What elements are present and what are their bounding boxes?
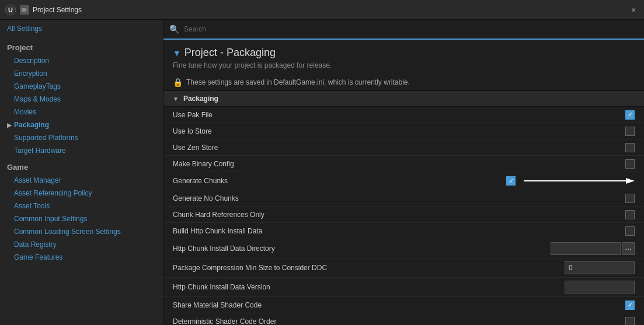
checkbox-chunk-hard-references-only[interactable] [625, 210, 635, 219]
setting-row-package-compression-min-size: Package Compression Min Size to Consider… [163, 258, 644, 278]
page-header: ▼ Project - Packaging Fine tune how your… [163, 40, 644, 74]
svg-rect-2 [22, 8, 26, 12]
setting-label-http-chunk-install-data-directory: Http Chunk Install Data Directory [173, 244, 551, 253]
sidebar-item-label: Common Input Settings [14, 215, 87, 223]
sidebar-item-label: Asset Manager [14, 176, 61, 184]
sidebar-item-target-hardware[interactable]: Target Hardware [0, 144, 163, 157]
setting-label-deterministic-shader-code-order: Deterministic Shader Code Order [173, 317, 625, 326]
sidebar-item-game-features[interactable]: Game Features [0, 251, 163, 264]
all-settings-link[interactable]: All Settings [0, 20, 163, 37]
setting-control-use-zen-store [625, 143, 635, 152]
setting-control-http-chunk-install-data-directory: ··· [551, 242, 635, 255]
checkbox-share-material-shader-code[interactable] [625, 300, 635, 310]
setting-control-generate-no-chunks [625, 194, 635, 203]
checkbox-use-pak-file[interactable] [625, 110, 635, 120]
sidebar-item-common-loading-screen-settings[interactable]: Common Loading Screen Settings [0, 225, 163, 238]
setting-control-share-material-shader-code [625, 300, 635, 310]
setting-control-chunk-hard-references-only [625, 210, 635, 219]
browse-button-http-chunk-install-data-directory[interactable]: ··· [622, 242, 635, 255]
page-subtitle: Fine tune how your project is packaged f… [173, 61, 635, 69]
page-title: Project - Packaging [185, 47, 276, 59]
setting-label-use-pak-file: Use Pak File [173, 111, 625, 119]
setting-row-generate-no-chunks: Generate No Chunks [163, 190, 644, 207]
sidebar-item-common-input-settings[interactable]: Common Input Settings [0, 212, 163, 225]
setting-label-generate-chunks: Generate Chunks [173, 177, 506, 185]
setting-row-generate-chunks: Generate Chunks [163, 172, 644, 190]
checkbox-generate-chunks[interactable] [506, 176, 516, 186]
sidebar-item-maps-modes[interactable]: Maps & Modes [0, 93, 163, 106]
setting-row-use-pak-file: Use Pak File [163, 107, 644, 123]
title-bar: U Project Settings × [0, 0, 644, 20]
checkbox-generate-no-chunks[interactable] [625, 194, 635, 203]
sidebar-item-label: Asset Tools [14, 202, 50, 210]
svg-marker-5 [626, 178, 635, 184]
setting-row-build-http-chunk-install-data: Build Http Chunk Install Data [163, 223, 644, 239]
content-area: 🔍 ▼ Project - Packaging Fine tune how yo… [163, 20, 644, 325]
svg-text:U: U [8, 6, 13, 13]
sidebar-item-supported-platforms[interactable]: Supported Platforms [0, 131, 163, 144]
checkbox-use-io-store[interactable] [625, 127, 635, 136]
setting-control-build-http-chunk-install-data [625, 226, 635, 236]
sidebar-item-label: Description [14, 57, 49, 65]
sidebar-item-label: Encryption [14, 69, 47, 78]
sidebar-item-label: Maps & Modes [14, 95, 61, 103]
sidebar: All Settings ProjectDescriptionEncryptio… [0, 20, 163, 325]
sidebar-item-asset-tools[interactable]: Asset Tools [0, 200, 163, 212]
setting-row-deterministic-shader-code-order: Deterministic Shader Code Order [163, 313, 644, 325]
setting-label-use-zen-store: Use Zen Store [173, 144, 625, 152]
setting-control-use-io-store [625, 127, 635, 136]
setting-row-http-chunk-install-data-directory: Http Chunk Install Data Directory··· [163, 239, 644, 258]
sidebar-item-packaging[interactable]: ▶Packaging [0, 118, 163, 131]
arrow-annotation-generate-chunks [524, 175, 635, 187]
sidebar-item-gameplaytags[interactable]: GameplayTags [0, 80, 163, 93]
settings-list: Use Pak FileUse Io StoreUse Zen StoreMak… [163, 107, 644, 325]
sidebar-item-encryption[interactable]: Encryption [0, 67, 163, 80]
sidebar-item-data-registry[interactable]: Data Registry [0, 238, 163, 251]
setting-control-use-pak-file [625, 110, 635, 120]
setting-label-generate-no-chunks: Generate No Chunks [173, 194, 625, 202]
setting-label-chunk-hard-references-only: Chunk Hard References Only [173, 211, 625, 219]
setting-control-package-compression-min-size [565, 261, 635, 274]
sidebar-item-label: Target Hardware [14, 146, 66, 155]
setting-label-build-http-chunk-install-data: Build Http Chunk Install Data [173, 227, 625, 235]
checkbox-build-http-chunk-install-data[interactable] [625, 226, 635, 236]
setting-row-http-chunk-install-data-version: Http Chunk Install Data Version [163, 278, 644, 297]
setting-label-share-material-shader-code: Share Material Shader Code [173, 301, 625, 309]
input-package-compression-min-size[interactable] [565, 261, 635, 274]
svg-rect-3 [25, 9, 27, 11]
sidebar-item-label: Packaging [14, 121, 49, 129]
setting-row-use-io-store: Use Io Store [163, 123, 644, 139]
setting-label-make-binary-config: Make Binary Config [173, 160, 625, 168]
setting-control-deterministic-shader-code-order [625, 317, 635, 326]
sidebar-item-asset-referencing-policy[interactable]: Asset Referencing Policy [0, 187, 163, 200]
setting-row-chunk-hard-references-only: Chunk Hard References Only [163, 207, 644, 223]
sidebar-item-asset-manager[interactable]: Asset Manager [0, 174, 163, 187]
sidebar-item-label: GameplayTags [14, 82, 61, 90]
input-http-chunk-install-data-version[interactable] [565, 281, 635, 293]
close-button[interactable]: × [628, 4, 639, 16]
sidebar-item-label: Supported Platforms [14, 134, 78, 142]
sidebar-item-label: Common Loading Screen Settings [14, 228, 121, 236]
sidebar-section-project: Project [0, 37, 163, 54]
settings-info-bar: 🔒 These settings are saved in DefaultGam… [163, 74, 644, 90]
collapse-arrow-icon[interactable]: ▼ [173, 48, 181, 58]
setting-control-generate-chunks [506, 175, 635, 187]
checkbox-deterministic-shader-code-order[interactable] [625, 317, 635, 326]
settings-info-text: These settings are saved in DefaultGame.… [186, 78, 410, 86]
lock-icon: 🔒 [173, 78, 183, 87]
search-input[interactable] [184, 25, 638, 33]
search-icon: 🔍 [169, 25, 179, 34]
input-http-chunk-install-data-directory[interactable] [551, 242, 621, 255]
setting-control-make-binary-config [625, 159, 635, 169]
section-collapse-icon: ▼ [173, 96, 179, 102]
packaging-section-header[interactable]: ▼ Packaging [163, 90, 644, 107]
sidebar-item-label: Movies [14, 108, 36, 116]
sidebar-expand-icon: ▶ [7, 122, 12, 128]
ue-logo-icon: U [5, 4, 16, 16]
checkbox-use-zen-store[interactable] [625, 143, 635, 152]
sidebar-item-label: Game Features [14, 253, 62, 261]
checkbox-make-binary-config[interactable] [625, 159, 635, 169]
sidebar-item-description[interactable]: Description [0, 54, 163, 67]
sidebar-item-label: Asset Referencing Policy [14, 189, 92, 197]
sidebar-item-movies[interactable]: Movies [0, 106, 163, 118]
